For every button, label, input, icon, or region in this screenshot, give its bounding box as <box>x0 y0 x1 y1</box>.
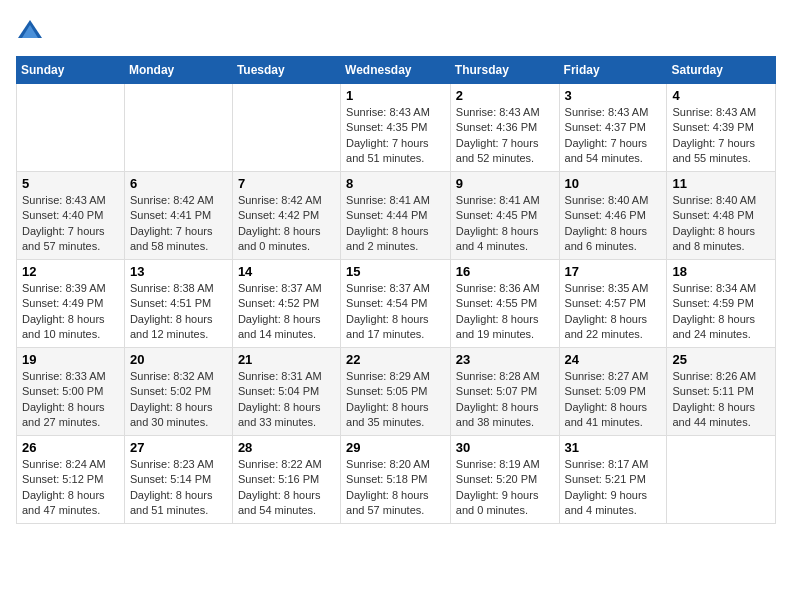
day-number: 12 <box>22 264 119 279</box>
day-number: 27 <box>130 440 227 455</box>
day-detail: Sunrise: 8:35 AMSunset: 4:57 PMDaylight:… <box>565 281 662 343</box>
week-row-3: 12Sunrise: 8:39 AMSunset: 4:49 PMDayligh… <box>17 260 776 348</box>
day-detail: Sunrise: 8:32 AMSunset: 5:02 PMDaylight:… <box>130 369 227 431</box>
day-detail: Sunrise: 8:43 AMSunset: 4:39 PMDaylight:… <box>672 105 770 167</box>
day-detail: Sunrise: 8:28 AMSunset: 5:07 PMDaylight:… <box>456 369 554 431</box>
week-row-5: 26Sunrise: 8:24 AMSunset: 5:12 PMDayligh… <box>17 436 776 524</box>
day-detail: Sunrise: 8:43 AMSunset: 4:40 PMDaylight:… <box>22 193 119 255</box>
calendar-cell: 22Sunrise: 8:29 AMSunset: 5:05 PMDayligh… <box>341 348 451 436</box>
calendar-cell: 23Sunrise: 8:28 AMSunset: 5:07 PMDayligh… <box>450 348 559 436</box>
day-number: 3 <box>565 88 662 103</box>
day-detail: Sunrise: 8:40 AMSunset: 4:48 PMDaylight:… <box>672 193 770 255</box>
weekday-header-friday: Friday <box>559 57 667 84</box>
day-number: 17 <box>565 264 662 279</box>
day-number: 6 <box>130 176 227 191</box>
day-detail: Sunrise: 8:37 AMSunset: 4:52 PMDaylight:… <box>238 281 335 343</box>
calendar-cell: 21Sunrise: 8:31 AMSunset: 5:04 PMDayligh… <box>232 348 340 436</box>
day-detail: Sunrise: 8:33 AMSunset: 5:00 PMDaylight:… <box>22 369 119 431</box>
calendar-cell: 20Sunrise: 8:32 AMSunset: 5:02 PMDayligh… <box>124 348 232 436</box>
day-detail: Sunrise: 8:37 AMSunset: 4:54 PMDaylight:… <box>346 281 445 343</box>
day-number: 11 <box>672 176 770 191</box>
day-number: 10 <box>565 176 662 191</box>
week-row-2: 5Sunrise: 8:43 AMSunset: 4:40 PMDaylight… <box>17 172 776 260</box>
day-detail: Sunrise: 8:39 AMSunset: 4:49 PMDaylight:… <box>22 281 119 343</box>
weekday-header-row: SundayMondayTuesdayWednesdayThursdayFrid… <box>17 57 776 84</box>
day-detail: Sunrise: 8:31 AMSunset: 5:04 PMDaylight:… <box>238 369 335 431</box>
day-number: 19 <box>22 352 119 367</box>
day-number: 4 <box>672 88 770 103</box>
day-number: 25 <box>672 352 770 367</box>
calendar-cell: 9Sunrise: 8:41 AMSunset: 4:45 PMDaylight… <box>450 172 559 260</box>
calendar-cell <box>124 84 232 172</box>
calendar-cell: 11Sunrise: 8:40 AMSunset: 4:48 PMDayligh… <box>667 172 776 260</box>
day-detail: Sunrise: 8:41 AMSunset: 4:44 PMDaylight:… <box>346 193 445 255</box>
day-number: 29 <box>346 440 445 455</box>
day-number: 23 <box>456 352 554 367</box>
day-detail: Sunrise: 8:19 AMSunset: 5:20 PMDaylight:… <box>456 457 554 519</box>
calendar-cell: 28Sunrise: 8:22 AMSunset: 5:16 PMDayligh… <box>232 436 340 524</box>
calendar-cell: 30Sunrise: 8:19 AMSunset: 5:20 PMDayligh… <box>450 436 559 524</box>
week-row-1: 1Sunrise: 8:43 AMSunset: 4:35 PMDaylight… <box>17 84 776 172</box>
weekday-header-thursday: Thursday <box>450 57 559 84</box>
day-number: 26 <box>22 440 119 455</box>
calendar-cell: 6Sunrise: 8:42 AMSunset: 4:41 PMDaylight… <box>124 172 232 260</box>
calendar-cell: 14Sunrise: 8:37 AMSunset: 4:52 PMDayligh… <box>232 260 340 348</box>
calendar-cell: 15Sunrise: 8:37 AMSunset: 4:54 PMDayligh… <box>341 260 451 348</box>
day-detail: Sunrise: 8:41 AMSunset: 4:45 PMDaylight:… <box>456 193 554 255</box>
logo <box>16 16 48 44</box>
day-number: 9 <box>456 176 554 191</box>
day-number: 18 <box>672 264 770 279</box>
weekday-header-tuesday: Tuesday <box>232 57 340 84</box>
day-detail: Sunrise: 8:22 AMSunset: 5:16 PMDaylight:… <box>238 457 335 519</box>
calendar-cell: 4Sunrise: 8:43 AMSunset: 4:39 PMDaylight… <box>667 84 776 172</box>
calendar-cell: 24Sunrise: 8:27 AMSunset: 5:09 PMDayligh… <box>559 348 667 436</box>
day-detail: Sunrise: 8:20 AMSunset: 5:18 PMDaylight:… <box>346 457 445 519</box>
day-detail: Sunrise: 8:43 AMSunset: 4:35 PMDaylight:… <box>346 105 445 167</box>
day-number: 13 <box>130 264 227 279</box>
day-number: 21 <box>238 352 335 367</box>
calendar-table: SundayMondayTuesdayWednesdayThursdayFrid… <box>16 56 776 524</box>
calendar-cell: 17Sunrise: 8:35 AMSunset: 4:57 PMDayligh… <box>559 260 667 348</box>
day-detail: Sunrise: 8:29 AMSunset: 5:05 PMDaylight:… <box>346 369 445 431</box>
day-detail: Sunrise: 8:27 AMSunset: 5:09 PMDaylight:… <box>565 369 662 431</box>
calendar-cell <box>667 436 776 524</box>
day-number: 30 <box>456 440 554 455</box>
day-detail: Sunrise: 8:17 AMSunset: 5:21 PMDaylight:… <box>565 457 662 519</box>
calendar-cell: 18Sunrise: 8:34 AMSunset: 4:59 PMDayligh… <box>667 260 776 348</box>
calendar-cell: 1Sunrise: 8:43 AMSunset: 4:35 PMDaylight… <box>341 84 451 172</box>
calendar-cell: 2Sunrise: 8:43 AMSunset: 4:36 PMDaylight… <box>450 84 559 172</box>
weekday-header-monday: Monday <box>124 57 232 84</box>
calendar-cell: 10Sunrise: 8:40 AMSunset: 4:46 PMDayligh… <box>559 172 667 260</box>
day-detail: Sunrise: 8:26 AMSunset: 5:11 PMDaylight:… <box>672 369 770 431</box>
day-number: 8 <box>346 176 445 191</box>
page-header <box>16 16 776 44</box>
day-detail: Sunrise: 8:34 AMSunset: 4:59 PMDaylight:… <box>672 281 770 343</box>
calendar-cell: 12Sunrise: 8:39 AMSunset: 4:49 PMDayligh… <box>17 260 125 348</box>
day-number: 5 <box>22 176 119 191</box>
day-detail: Sunrise: 8:43 AMSunset: 4:37 PMDaylight:… <box>565 105 662 167</box>
calendar-cell: 31Sunrise: 8:17 AMSunset: 5:21 PMDayligh… <box>559 436 667 524</box>
day-number: 28 <box>238 440 335 455</box>
calendar-cell: 26Sunrise: 8:24 AMSunset: 5:12 PMDayligh… <box>17 436 125 524</box>
day-number: 14 <box>238 264 335 279</box>
calendar-cell: 16Sunrise: 8:36 AMSunset: 4:55 PMDayligh… <box>450 260 559 348</box>
weekday-header-wednesday: Wednesday <box>341 57 451 84</box>
logo-icon <box>16 16 44 44</box>
day-detail: Sunrise: 8:43 AMSunset: 4:36 PMDaylight:… <box>456 105 554 167</box>
calendar-cell: 3Sunrise: 8:43 AMSunset: 4:37 PMDaylight… <box>559 84 667 172</box>
day-number: 15 <box>346 264 445 279</box>
day-number: 2 <box>456 88 554 103</box>
calendar-cell: 13Sunrise: 8:38 AMSunset: 4:51 PMDayligh… <box>124 260 232 348</box>
day-number: 20 <box>130 352 227 367</box>
day-detail: Sunrise: 8:24 AMSunset: 5:12 PMDaylight:… <box>22 457 119 519</box>
day-number: 22 <box>346 352 445 367</box>
day-detail: Sunrise: 8:36 AMSunset: 4:55 PMDaylight:… <box>456 281 554 343</box>
day-number: 7 <box>238 176 335 191</box>
calendar-cell: 5Sunrise: 8:43 AMSunset: 4:40 PMDaylight… <box>17 172 125 260</box>
day-detail: Sunrise: 8:38 AMSunset: 4:51 PMDaylight:… <box>130 281 227 343</box>
calendar-cell <box>232 84 340 172</box>
calendar-cell: 29Sunrise: 8:20 AMSunset: 5:18 PMDayligh… <box>341 436 451 524</box>
day-number: 1 <box>346 88 445 103</box>
weekday-header-saturday: Saturday <box>667 57 776 84</box>
day-number: 24 <box>565 352 662 367</box>
